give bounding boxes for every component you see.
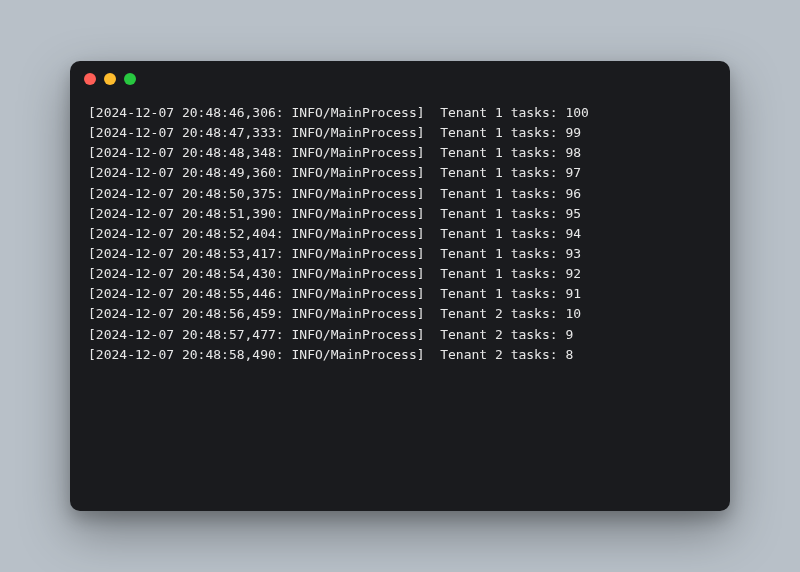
log-line: [2024-12-07 20:48:50,375: INFO/MainProce… <box>88 184 712 204</box>
log-line: [2024-12-07 20:48:56,459: INFO/MainProce… <box>88 304 712 324</box>
log-line: [2024-12-07 20:48:52,404: INFO/MainProce… <box>88 224 712 244</box>
log-line: [2024-12-07 20:48:54,430: INFO/MainProce… <box>88 264 712 284</box>
log-line: [2024-12-07 20:48:58,490: INFO/MainProce… <box>88 345 712 365</box>
minimize-icon[interactable] <box>104 73 116 85</box>
terminal-output: [2024-12-07 20:48:46,306: INFO/MainProce… <box>70 97 730 511</box>
log-line: [2024-12-07 20:48:47,333: INFO/MainProce… <box>88 123 712 143</box>
log-line: [2024-12-07 20:48:51,390: INFO/MainProce… <box>88 204 712 224</box>
terminal-window: [2024-12-07 20:48:46,306: INFO/MainProce… <box>70 61 730 511</box>
maximize-icon[interactable] <box>124 73 136 85</box>
titlebar <box>70 61 730 97</box>
close-icon[interactable] <box>84 73 96 85</box>
log-line: [2024-12-07 20:48:46,306: INFO/MainProce… <box>88 103 712 123</box>
log-line: [2024-12-07 20:48:53,417: INFO/MainProce… <box>88 244 712 264</box>
log-line: [2024-12-07 20:48:49,360: INFO/MainProce… <box>88 163 712 183</box>
log-line: [2024-12-07 20:48:55,446: INFO/MainProce… <box>88 284 712 304</box>
log-line: [2024-12-07 20:48:57,477: INFO/MainProce… <box>88 325 712 345</box>
log-line: [2024-12-07 20:48:48,348: INFO/MainProce… <box>88 143 712 163</box>
